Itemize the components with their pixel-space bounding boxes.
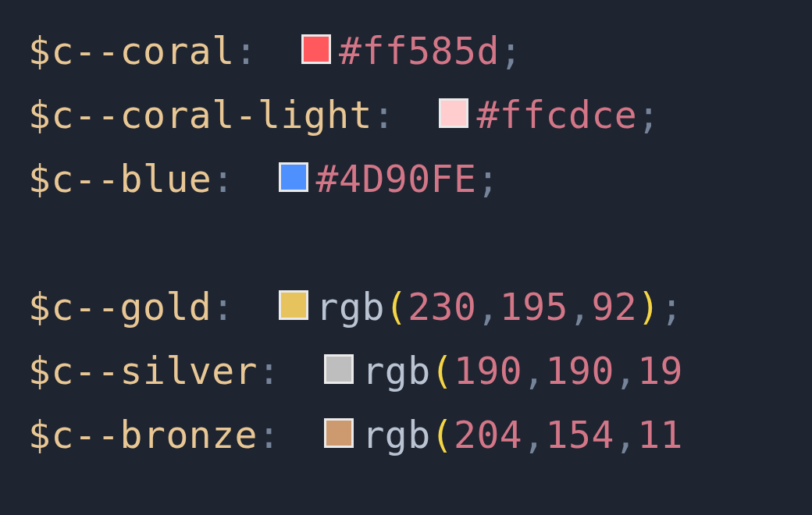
color-swatch — [324, 418, 354, 448]
func-name: rgb — [361, 413, 430, 456]
variable-name: $c--coral — [28, 29, 235, 73]
blank-line — [28, 211, 812, 275]
variable-name: $c--blue — [28, 157, 212, 201]
comma-punct: , — [614, 349, 637, 392]
color-swatch — [279, 290, 308, 320]
rgb-arg: 204 — [454, 413, 522, 456]
variable-name: $c--silver — [28, 349, 258, 392]
comma-punct: , — [614, 413, 637, 456]
rparen: ) — [637, 285, 660, 329]
code-line[interactable]: $c--coral:#ff585d; — [28, 19, 812, 83]
rgb-arg: 190 — [454, 349, 522, 392]
comma-punct: , — [476, 285, 499, 329]
rgb-arg: 195 — [500, 285, 568, 329]
color-swatch — [324, 354, 354, 384]
comma-punct: , — [522, 413, 545, 456]
comma-punct: , — [522, 349, 545, 392]
func-name: rgb — [316, 285, 385, 329]
variable-name: $c--coral-light — [28, 93, 372, 137]
code-editor: $c--coral:#ff585d;$c--coral-light:#ffcdc… — [28, 19, 812, 467]
hex-value: #ffcdce — [476, 93, 637, 137]
colon-punct: : — [235, 29, 258, 73]
rgb-arg: 230 — [408, 285, 476, 329]
colon-punct: : — [212, 157, 234, 201]
code-line[interactable]: $c--coral-light:#ffcdce; — [28, 83, 812, 147]
colon-punct: : — [258, 349, 280, 392]
variable-name: $c--bronze — [28, 413, 258, 456]
lparen: ( — [385, 285, 408, 329]
code-line[interactable]: $c--blue:#4D90FE; — [28, 147, 812, 211]
code-line[interactable]: $c--silver:rgb(190,190,19 — [28, 339, 812, 403]
color-swatch — [301, 34, 331, 64]
semicolon-punct: ; — [500, 29, 522, 73]
variable-name: $c--gold — [28, 285, 212, 329]
code-line[interactable]: $c--bronze:rgb(204,154,11 — [28, 403, 812, 467]
code-line[interactable]: $c--gold:rgb(230,195,92); — [28, 275, 812, 339]
colon-punct: : — [372, 93, 395, 137]
colon-punct: : — [258, 413, 280, 456]
rgb-arg: 11 — [637, 413, 683, 456]
rgb-arg: 92 — [591, 285, 637, 329]
color-swatch — [279, 162, 308, 192]
hex-value: #ff585d — [339, 29, 500, 73]
rgb-arg: 19 — [637, 349, 683, 392]
hex-value: #4D90FE — [316, 157, 477, 201]
semicolon-punct: ; — [661, 285, 683, 329]
colon-punct: : — [212, 285, 234, 329]
func-name: rgb — [361, 349, 430, 392]
rgb-arg: 154 — [546, 413, 614, 456]
lparen: ( — [431, 349, 454, 392]
semicolon-punct: ; — [476, 157, 499, 201]
semicolon-punct: ; — [637, 93, 660, 137]
color-swatch — [439, 98, 468, 128]
comma-punct: , — [568, 285, 591, 329]
rgb-arg: 190 — [546, 349, 614, 392]
lparen: ( — [431, 413, 454, 456]
